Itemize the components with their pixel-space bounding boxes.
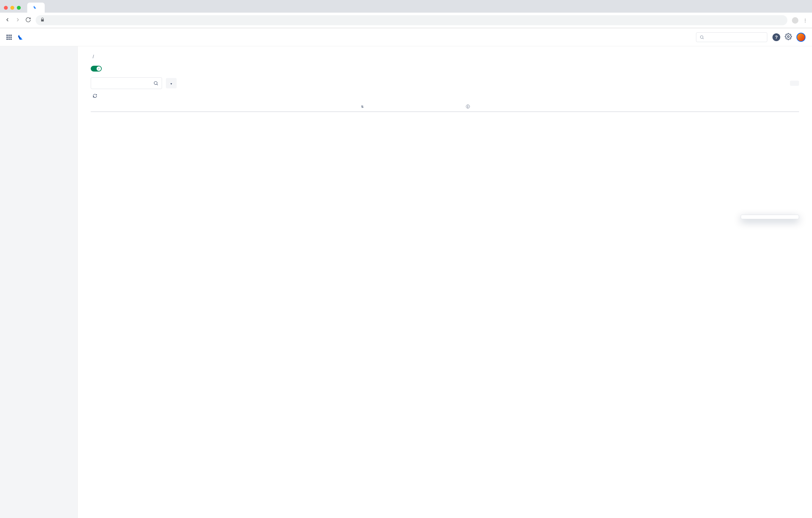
col-user-count[interactable]: ⇅: [187, 101, 366, 112]
svg-point-1: [787, 36, 789, 37]
search-icon: [700, 35, 704, 40]
results-count: [91, 94, 799, 98]
product-filter-dropdown[interactable]: [166, 78, 177, 88]
refresh-icon[interactable]: [93, 94, 97, 98]
products-table: ⇅ i: [91, 101, 799, 112]
col-admins[interactable]: [689, 101, 786, 112]
email-toggle[interactable]: [91, 66, 102, 71]
lock-icon: [40, 18, 45, 23]
zoom-window-icon[interactable]: [17, 6, 21, 10]
minimize-window-icon[interactable]: [10, 6, 14, 10]
breadcrumb: /: [91, 54, 799, 59]
back-button[interactable]: [4, 17, 10, 24]
svg-point-0: [700, 36, 703, 38]
col-product[interactable]: [91, 101, 187, 112]
sidebar: [0, 46, 78, 518]
col-created[interactable]: [366, 101, 462, 112]
search-input[interactable]: [707, 35, 764, 40]
window-controls: [4, 6, 21, 10]
browser-profile-icon[interactable]: [792, 17, 799, 24]
close-window-icon[interactable]: [4, 6, 8, 10]
forward-button[interactable]: [15, 17, 21, 24]
gear-icon[interactable]: [785, 33, 792, 41]
reload-button[interactable]: [25, 17, 31, 24]
atlassian-icon: [32, 5, 37, 10]
export-csv-button[interactable]: [790, 81, 799, 86]
row-actions-menu: [741, 215, 799, 219]
search-icon: [153, 81, 158, 86]
filter-search-input[interactable]: [91, 78, 162, 89]
main-content: /: [78, 46, 812, 518]
browser-menu-icon[interactable]: ⋮: [803, 18, 808, 23]
browser-tab[interactable]: [27, 3, 45, 12]
help-icon[interactable]: ?: [773, 33, 780, 41]
app-header: ?: [0, 28, 812, 46]
svg-point-2: [154, 82, 157, 85]
global-search[interactable]: [696, 32, 767, 42]
col-last-active[interactable]: i: [463, 101, 689, 112]
browser-chrome: ⋮: [0, 0, 812, 28]
address-bar[interactable]: [36, 15, 787, 25]
app-switcher-icon[interactable]: [6, 35, 12, 40]
brand-logo[interactable]: [17, 34, 29, 40]
avatar[interactable]: [796, 33, 806, 42]
